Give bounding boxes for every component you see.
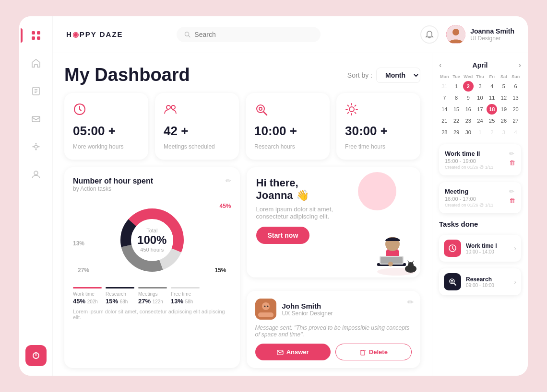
cal-day[interactable]: 9 — [463, 92, 474, 103]
cal-day[interactable]: 20 — [511, 104, 521, 115]
stat-value-research: 10:00 + — [254, 124, 321, 138]
schedule-delete-icon-1[interactable]: 🗑 — [509, 159, 515, 166]
task-time-2: 09:00 - 10:00 — [466, 283, 509, 288]
svg-line-33 — [355, 113, 356, 114]
search-bar[interactable] — [177, 27, 321, 42]
svg-point-11 — [38, 146, 39, 148]
stat-value-work: 05:00 + — [73, 124, 140, 138]
people-icon — [164, 103, 230, 119]
start-now-button[interactable]: Start now — [256, 227, 310, 244]
cal-day[interactable]: 29 — [451, 127, 462, 138]
svg-point-10 — [32, 146, 34, 148]
cal-day[interactable]: 23 — [463, 115, 474, 126]
sidebar-item-document[interactable] — [26, 81, 46, 101]
legend-pct-work: 45% 202h — [73, 298, 102, 305]
cal-next[interactable]: › — [519, 61, 521, 69]
cal-day[interactable]: 1 — [451, 81, 462, 92]
sidebar-item-settings[interactable] — [26, 137, 46, 156]
cal-day[interactable]: 13 — [511, 92, 521, 103]
cal-day[interactable]: 16 — [463, 104, 474, 115]
cal-day-today[interactable]: 2 — [463, 81, 474, 92]
answer-button[interactable]: Answer — [255, 344, 331, 360]
cal-day[interactable]: 24 — [475, 115, 485, 126]
stat-value-meetings: 42 + — [164, 124, 230, 138]
task-item-2[interactable]: Research 09:00 - 10:00 › — [439, 268, 521, 295]
sidebar-item-profile[interactable] — [26, 165, 46, 184]
cal-day[interactable]: 31 — [439, 81, 450, 92]
cal-day[interactable]: 6 — [511, 81, 521, 92]
power-button[interactable] — [25, 345, 47, 366]
msg-text: Message sent: "This proved to be impossi… — [255, 324, 412, 338]
svg-point-22 — [166, 105, 170, 109]
cal-day[interactable]: 4 — [487, 81, 497, 92]
svg-point-20 — [452, 29, 459, 35]
svg-line-34 — [355, 105, 356, 106]
task-info-1: Work time I 10:00 - 14:00 — [466, 242, 509, 254]
cal-day[interactable]: 22 — [451, 115, 462, 126]
trash-icon — [359, 349, 366, 356]
schedule-info-1: Work time II 15:00 - 19:00 Created on 01… — [445, 150, 505, 170]
delete-button[interactable]: Delete — [335, 344, 412, 360]
sort-select[interactable]: Month Week Day — [376, 68, 420, 83]
stat-card-free: 30:00 + Free time hours — [336, 93, 420, 160]
sidebar-item-mail[interactable] — [26, 109, 46, 128]
cal-day[interactable]: 12 — [499, 92, 509, 103]
svg-rect-8 — [32, 116, 40, 122]
cal-day[interactable]: 28 — [439, 127, 450, 138]
donut-label-27: 27% — [78, 267, 89, 274]
sun-icon — [345, 103, 412, 119]
search-magnify-icon — [254, 103, 321, 119]
stat-card-meetings: 42 + Meetings scheduled — [155, 93, 239, 160]
stat-value-free: 30:00 + — [345, 124, 412, 138]
msg-userrole: UX Senior Designer — [282, 310, 333, 317]
cal-day[interactable]: 11 — [487, 92, 497, 103]
cal-day[interactable]: 1 — [475, 127, 485, 138]
search-input[interactable] — [194, 31, 313, 38]
sidebar-item-home[interactable] — [26, 54, 46, 73]
svg-rect-57 — [361, 351, 365, 355]
task-item-1[interactable]: Work time I 10:00 - 14:00 › — [439, 235, 521, 262]
schedule-info-2: Meeting 16:00 - 17:00 Created on 01/26 @… — [445, 188, 505, 208]
cal-day[interactable]: 3 — [475, 81, 485, 92]
cal-day[interactable]: 8 — [451, 92, 462, 103]
app-wrapper: H◉PPY DAZE — [19, 16, 528, 376]
hi-greeting: Hi there, — [256, 177, 411, 189]
task-icon-2 — [444, 273, 461, 290]
cal-day[interactable]: 5 — [499, 81, 509, 92]
cal-day[interactable]: 17 — [475, 104, 485, 115]
svg-line-18 — [189, 35, 190, 37]
msg-edit-icon[interactable]: ✏ — [407, 298, 414, 307]
notification-bell[interactable] — [420, 25, 439, 44]
msg-avatar — [255, 299, 276, 320]
cal-prev[interactable]: ‹ — [439, 61, 441, 69]
cal-day[interactable]: 2 — [487, 127, 497, 138]
schedule-edit-icon-1[interactable]: ✏ — [509, 150, 515, 157]
cal-day[interactable]: 21 — [439, 115, 450, 126]
schedule-delete-icon-2[interactable]: 🗑 — [509, 197, 515, 204]
cal-day[interactable]: 15 — [451, 104, 462, 115]
hours-card: Number of hour spent by Action tasks ✏ — [64, 167, 240, 368]
cal-day[interactable]: 26 — [499, 115, 509, 126]
user-info: Joanna Smith UI Designer — [446, 25, 514, 44]
cal-day[interactable]: 14 — [439, 104, 450, 115]
hours-edit-icon[interactable]: ✏ — [226, 177, 231, 184]
cal-day[interactable]: 3 — [499, 127, 509, 138]
schedule-title-2: Meeting — [445, 188, 505, 195]
sidebar-item-grid[interactable] — [26, 26, 46, 45]
cal-day[interactable]: 27 — [511, 115, 521, 126]
stat-label-free: Free time hours — [345, 143, 412, 150]
sort-by: Sort by : Month Week Day — [347, 68, 420, 83]
cal-day-names: Mon Tue Wed Thu Fri Sat Sun 31 1 2 3 4 5 — [439, 73, 521, 138]
cal-day[interactable]: 4 — [511, 127, 521, 138]
schedule-item-1: Work time II 15:00 - 19:00 Created on 01… — [439, 144, 521, 175]
legend-pct-free: 13% 58h — [171, 298, 200, 305]
cal-day[interactable]: 25 — [487, 115, 497, 126]
cal-day[interactable]: 19 — [499, 104, 509, 115]
schedule-time-1: 15:00 - 19:00 — [445, 158, 505, 164]
cal-day[interactable]: 7 — [439, 92, 450, 103]
svg-point-64 — [451, 280, 453, 282]
cal-day[interactable]: 18 — [487, 104, 497, 115]
cal-day[interactable]: 10 — [475, 92, 485, 103]
schedule-edit-icon-2[interactable]: ✏ — [509, 188, 515, 195]
cal-day[interactable]: 30 — [463, 127, 474, 138]
